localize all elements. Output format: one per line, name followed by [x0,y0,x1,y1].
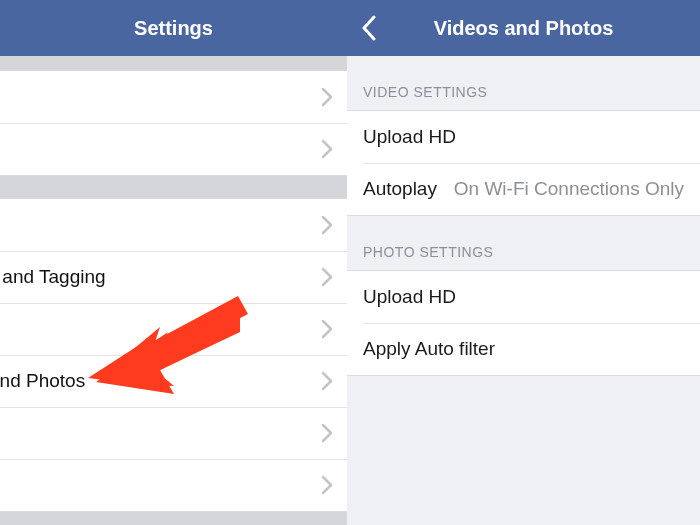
settings-row-label: Sounds [0,422,313,444]
chevron-right-icon [321,475,333,495]
section-header-video: VIDEO SETTINGS [347,56,700,110]
row-apply-auto-filter[interactable]: Apply Auto filter [347,323,700,375]
settings-row-security[interactable]: Security [0,123,347,175]
chevron-right-icon [321,215,333,235]
chevron-right-icon [321,267,333,287]
videos-photos-content: VIDEO SETTINGS Upload HD Autoplay On Wi-… [347,56,700,525]
settings-row-videos-photos[interactable]: Videos and Photos [0,355,347,407]
settings-row-label: Browser [0,474,313,496]
settings-row-timeline-tagging[interactable]: Timeline and Tagging [0,251,347,303]
settings-title: Settings [0,17,347,40]
settings-row-privacy[interactable]: Privacy [0,199,347,251]
settings-row-sounds[interactable]: Sounds [0,407,347,459]
settings-pane: Settings General Security [0,0,347,525]
chevron-right-icon [321,139,333,159]
settings-row-label: Privacy [0,214,313,236]
settings-group-1: General Security [0,70,347,176]
chevron-right-icon [321,87,333,107]
row-upload-hd-photo[interactable]: Upload HD [347,271,700,323]
settings-list: General Security Privacy [0,56,347,525]
chevron-right-icon [321,371,333,391]
settings-header: Settings [0,0,347,56]
row-label: Apply Auto filter [363,338,684,360]
settings-row-general[interactable]: General [0,71,347,123]
chevron-right-icon [321,319,333,339]
row-label: Upload HD [363,126,684,148]
row-label: Autoplay [363,178,454,200]
videos-photos-pane: Videos and Photos VIDEO SETTINGS Upload … [347,0,700,525]
settings-row-location[interactable]: Location [0,303,347,355]
settings-row-label: Location [0,318,313,340]
settings-row-label: Videos and Photos [0,370,313,392]
settings-row-label: Timeline and Tagging [0,266,313,288]
settings-row-label: General [0,86,313,108]
chevron-left-icon [361,15,376,41]
settings-row-browser[interactable]: Browser [0,459,347,511]
videos-photos-header: Videos and Photos [347,0,700,56]
videos-photos-title: Videos and Photos [347,17,700,40]
section-header-photo: PHOTO SETTINGS [347,216,700,270]
back-button[interactable] [361,0,376,56]
settings-row-label: Security [0,138,313,160]
section-video: Upload HD Autoplay On Wi-Fi Connections … [347,110,700,216]
chevron-right-icon [321,423,333,443]
row-label: Upload HD [363,286,684,308]
settings-group-2: Privacy Timeline and Tagging Location [0,198,347,512]
row-upload-hd-video[interactable]: Upload HD [347,111,700,163]
row-autoplay[interactable]: Autoplay On Wi-Fi Connections Only [347,163,700,215]
section-photo: Upload HD Apply Auto filter [347,270,700,376]
row-value: On Wi-Fi Connections Only [454,178,684,200]
